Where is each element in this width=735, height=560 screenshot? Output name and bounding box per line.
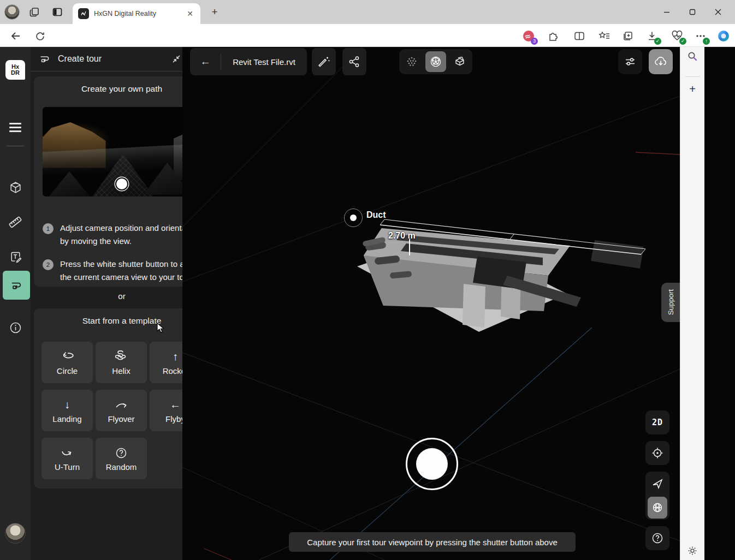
download-button[interactable] [649, 49, 673, 74]
window-close-button[interactable] [710, 4, 726, 20]
locate-button[interactable] [645, 441, 669, 465]
hxdr-favicon [78, 8, 89, 19]
back-icon[interactable] [9, 29, 22, 43]
left-arrow-icon: ← [170, 398, 181, 412]
annotation-label[interactable]: Duct [366, 210, 386, 220]
extensions-puzzle-icon[interactable] [546, 29, 560, 43]
sidebar-item-measure[interactable] [8, 215, 22, 229]
edge-sidebar-divider [685, 76, 700, 77]
template-random-button[interactable]: Random [96, 438, 147, 479]
3d-viewport[interactable]: ← Revit Test File.rvt [182, 47, 680, 560]
step-2-number: 2 [43, 259, 54, 270]
collapse-icon[interactable] [169, 52, 183, 66]
shutter-button[interactable] [406, 438, 458, 490]
mesh-mode-button-active[interactable] [425, 51, 446, 72]
sidebar-item-tour-active[interactable] [3, 271, 30, 300]
orbit-navigation-button-active[interactable] [648, 497, 667, 519]
capture-hint-toast: Capture your first tour viewpoint by pre… [289, 532, 576, 552]
template-label: U-Turn [55, 462, 80, 472]
downloads-icon[interactable]: ✓ [645, 29, 659, 43]
sidebar-settings-gear-icon[interactable] [686, 545, 698, 557]
profile-extension-icon[interactable]: 3 [521, 29, 536, 43]
template-label: Random [106, 462, 137, 472]
tab-close-icon[interactable]: ✕ [185, 9, 195, 19]
share-button[interactable] [342, 48, 366, 75]
navigation-mode-group [645, 472, 669, 520]
point-cloud-mode-button[interactable] [401, 51, 422, 72]
tab-title: HxGN Digital Reality [94, 10, 185, 17]
2d-view-button[interactable]: 2D [645, 410, 669, 434]
update-badge: ↑ [703, 38, 710, 45]
back-to-assets-icon[interactable]: ← [190, 56, 221, 68]
essentials-check-badge: ✓ [679, 38, 686, 45]
browser-tabstrip: HxGN Digital Reality ✕ + [0, 0, 735, 24]
extension-badge: 3 [531, 38, 538, 45]
workspaces-icon[interactable] [28, 6, 40, 18]
sidebar-item-info[interactable] [8, 320, 22, 335]
mouse-cursor [156, 323, 166, 333]
sidebar-item-models[interactable] [8, 180, 22, 194]
menu-icon[interactable] [9, 123, 21, 132]
template-circle-button[interactable]: Circle [42, 342, 93, 383]
template-flyover-button[interactable]: Flyover [96, 390, 147, 431]
template-label: Circle [57, 366, 78, 376]
step-1-number: 1 [43, 223, 54, 234]
logo-line2: DR [11, 70, 20, 76]
browser-profile-avatar[interactable] [4, 4, 20, 20]
2d-label: 2D [652, 418, 663, 427]
collections-icon[interactable] [621, 29, 635, 43]
hxdr-logo[interactable]: HxDR [5, 60, 25, 80]
template-uturn-button[interactable]: U-Turn [42, 438, 93, 479]
template-label: Landing [52, 414, 81, 424]
template-label: Flyover [108, 414, 134, 424]
sidebar-item-annotate[interactable] [8, 250, 22, 264]
sidebar-search-icon[interactable] [686, 50, 698, 62]
template-label: Helix [112, 366, 130, 376]
duct-annotation-marker[interactable] [344, 208, 363, 227]
question-circle-icon [115, 446, 128, 460]
settings-more-icon[interactable]: ↑ [693, 29, 708, 43]
view-mode-switcher [399, 49, 472, 74]
help-button[interactable] [645, 526, 669, 550]
split-screen-icon[interactable] [572, 29, 586, 43]
thumbnail-shutter-dot [115, 177, 128, 190]
window-maximize-button[interactable] [684, 4, 701, 20]
file-name: Revit Test File.rvt [221, 57, 307, 67]
template-helix-button[interactable]: Helix [96, 342, 147, 383]
downloads-check-badge: ✓ [654, 38, 661, 45]
up-arrow-icon: ↑ [173, 350, 178, 364]
helix-icon [115, 350, 127, 364]
favorites-bar-icon[interactable] [597, 29, 611, 43]
step-1-text: Adjust camera position and orientation b… [60, 222, 201, 248]
magic-wand-button[interactable] [312, 48, 336, 75]
app-region: HxDR Create tour [0, 47, 735, 560]
panel-title: Create tour [58, 54, 169, 64]
file-toolbar: ← Revit Test File.rvt [190, 48, 307, 75]
copilot-icon[interactable] [716, 29, 731, 43]
tour-icon [38, 52, 51, 65]
sidebar-add-icon[interactable]: + [686, 83, 698, 95]
browser-essentials-icon[interactable]: ✓ [670, 29, 684, 43]
down-arrow-icon: ↓ [64, 398, 70, 412]
support-label: Support [667, 289, 675, 315]
display-settings-button[interactable] [618, 49, 642, 74]
window-minimize-button[interactable] [659, 4, 675, 20]
uturn-arrow-icon [60, 446, 74, 460]
template-landing-button[interactable]: ↓ Landing [42, 390, 93, 431]
refresh-icon[interactable] [33, 29, 46, 43]
template-grid: Circle Helix ↑ Rocket ↓ Landing [42, 342, 201, 479]
fly-navigation-button[interactable] [651, 472, 663, 496]
app-sidebar: HxDR [0, 47, 31, 560]
browser-toolbar: https://realitycloudstudio.hxdr.app/asse… [0, 24, 735, 47]
screen: HxGN Digital Reality ✕ + https://reality… [0, 0, 735, 560]
user-avatar[interactable] [5, 523, 26, 544]
measurement-label: 2.70 m [388, 231, 416, 241]
sidebar-divider [7, 146, 24, 146]
edge-sidebar: + [680, 47, 704, 560]
browser-tab[interactable]: HxGN Digital Reality ✕ [73, 3, 200, 24]
new-tab-button[interactable]: + [209, 6, 221, 18]
tab-actions-icon[interactable] [51, 6, 63, 18]
support-tab[interactable]: Support [661, 283, 680, 322]
model-mode-button[interactable] [449, 51, 470, 72]
flyover-arc-icon [114, 398, 128, 412]
